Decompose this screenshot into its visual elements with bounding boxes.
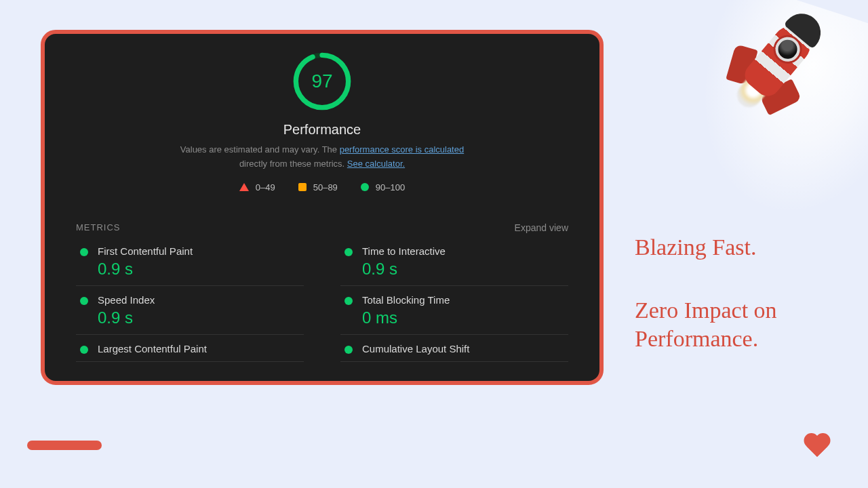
metric-name: Speed Index xyxy=(98,294,155,306)
copy-line-2: Zero Impact on Performance. xyxy=(635,296,845,354)
metrics-section: Metrics Expand view First Contentful Pai… xyxy=(76,222,568,362)
performance-gauge: 97 xyxy=(291,50,353,113)
metric-row: Total Blocking Time 0 ms xyxy=(340,286,568,335)
status-dot-icon xyxy=(344,248,353,256)
metric-row: Largest Contentful Paint xyxy=(76,335,304,362)
metric-row: Speed Index 0.9 s xyxy=(76,286,304,335)
triangle-icon xyxy=(239,183,249,191)
performance-description: Values are estimated and may vary. The p… xyxy=(180,143,465,171)
status-dot-icon xyxy=(80,346,88,354)
rocket-icon xyxy=(701,0,855,144)
circle-icon xyxy=(361,183,369,191)
metric-row: Cumulative Layout Shift xyxy=(340,335,568,362)
metrics-heading: Metrics xyxy=(76,222,121,232)
legend-mid-label: 50–89 xyxy=(313,182,338,192)
calc-link-2[interactable]: See calculator. xyxy=(347,159,405,169)
heart-icon xyxy=(803,434,831,460)
metric-value: 0.9 s xyxy=(98,260,193,279)
legend-good: 90–100 xyxy=(361,182,405,192)
metric-value: 0.9 s xyxy=(98,308,155,327)
copy-line-1: Blazing Fast. xyxy=(635,233,845,262)
status-dot-icon xyxy=(344,346,353,354)
metric-row: Time to Interactive 0.9 s xyxy=(340,237,568,286)
legend-good-label: 90–100 xyxy=(376,182,405,192)
legend-bad: 0–49 xyxy=(239,182,275,192)
score-section: 97 Performance Values are estimated and … xyxy=(45,50,599,192)
square-icon xyxy=(298,183,307,191)
performance-title: Performance xyxy=(45,122,599,138)
status-dot-icon xyxy=(80,248,88,256)
legend-mid: 50–89 xyxy=(298,182,338,192)
score-legend: 0–49 50–89 90–100 xyxy=(45,182,599,192)
metric-name: First Contentful Paint xyxy=(98,245,193,257)
desc-prefix: Values are estimated and may vary. The xyxy=(180,144,340,155)
metric-row: First Contentful Paint 0.9 s xyxy=(76,237,304,286)
metrics-grid: First Contentful Paint 0.9 s Time to Int… xyxy=(76,237,568,362)
desc-mid: directly from these metrics. xyxy=(239,159,347,169)
performance-score: 97 xyxy=(291,50,353,113)
metric-name: Cumulative Layout Shift xyxy=(362,343,469,354)
legend-bad-label: 0–49 xyxy=(256,182,275,192)
calc-link-1[interactable]: performance score is calculated xyxy=(340,144,465,155)
status-dot-icon xyxy=(344,297,353,305)
marketing-copy: Blazing Fast. Zero Impact on Performance… xyxy=(635,233,845,388)
metric-name: Total Blocking Time xyxy=(362,294,450,306)
status-dot-icon xyxy=(80,297,88,305)
metric-value: 0 ms xyxy=(362,308,450,327)
expand-view-button[interactable]: Expand view xyxy=(515,222,568,233)
metric-name: Time to Interactive xyxy=(362,245,446,257)
accent-bar xyxy=(27,441,102,450)
performance-report-card: 97 Performance Values are estimated and … xyxy=(41,30,604,385)
metric-value: 0.9 s xyxy=(362,260,446,279)
metric-name: Largest Contentful Paint xyxy=(98,343,207,354)
